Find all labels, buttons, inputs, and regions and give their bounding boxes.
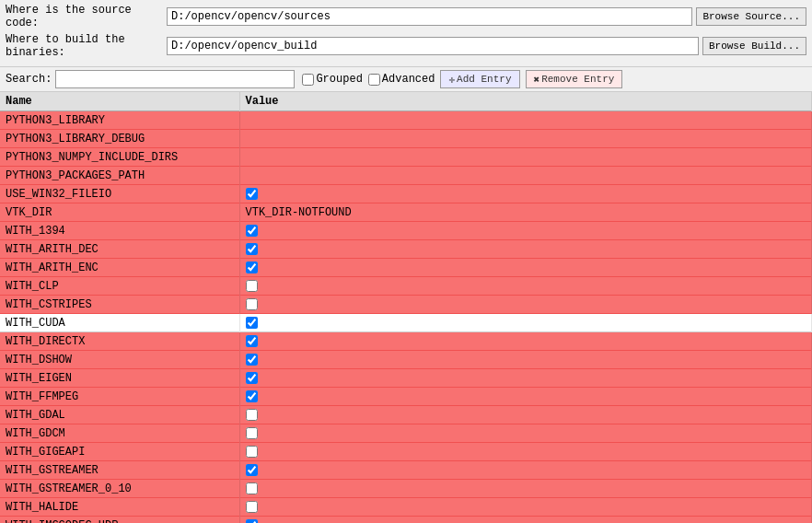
row-name: WITH_DIRECTX: [0, 332, 239, 351]
advanced-checkbox[interactable]: [368, 74, 380, 86]
row-name: WITH_EIGEN: [0, 369, 239, 388]
row-value: [239, 111, 812, 130]
row-value: [239, 167, 812, 185]
row-value: [239, 369, 812, 388]
row-name: WITH_GDAL: [0, 406, 239, 424]
row-value: [239, 185, 812, 203]
row-checkbox[interactable]: [246, 464, 258, 476]
row-name: PYTHON3_PACKAGES_PATH: [0, 167, 239, 185]
row-value: [239, 148, 812, 167]
grouped-option[interactable]: Grouped: [302, 73, 362, 86]
row-checkbox[interactable]: [246, 298, 258, 310]
row-name: WITH_GSTREAMER: [0, 461, 239, 480]
row-name: WITH_GSTREAMER_0_10: [0, 480, 239, 498]
row-name: PYTHON3_LIBRARY_DEBUG: [0, 130, 239, 148]
table-row: USE_WIN32_FILEIO: [0, 185, 812, 203]
row-name: WITH_HALIDE: [0, 498, 239, 517]
row-name: WITH_FFMPEG: [0, 388, 239, 406]
remove-entry-label: Remove Entry: [541, 74, 614, 85]
table-row: WITH_GSTREAMER: [0, 461, 812, 480]
col-header-name: Name: [0, 92, 239, 111]
browse-source-button[interactable]: Browse Source...: [696, 7, 806, 26]
row-name: VTK_DIR: [0, 203, 239, 222]
row-value: [239, 498, 812, 517]
row-checkbox[interactable]: [246, 262, 258, 273]
row-name: WITH_CSTRIPES: [0, 296, 239, 314]
row-value: [239, 130, 812, 148]
row-checkbox[interactable]: [246, 482, 258, 494]
col-header-value: Value: [239, 92, 812, 111]
row-name: PYTHON3_NUMPY_INCLUDE_DIRS: [0, 148, 239, 167]
table-row: WITH_HALIDE: [0, 498, 812, 517]
row-checkbox[interactable]: [246, 317, 258, 329]
row-name: WITH_IMGCODEC_HDR: [0, 517, 239, 524]
row-name: WITH_GIGEAPI: [0, 443, 239, 461]
row-value: [239, 277, 812, 296]
row-checkbox[interactable]: [246, 335, 258, 347]
grouped-checkbox[interactable]: [302, 74, 314, 86]
config-table-container: Name Value PYTHON3_LIBRARYPYTHON3_LIBRAR…: [0, 92, 812, 523]
row-name: WITH_GDCM: [0, 424, 239, 443]
row-value: [239, 388, 812, 406]
table-row: WITH_GDCM: [0, 424, 812, 443]
row-value: [239, 351, 812, 369]
add-icon: ✛: [448, 74, 455, 86]
table-row: WITH_EIGEN: [0, 369, 812, 388]
row-value: [239, 517, 812, 524]
advanced-option[interactable]: Advanced: [368, 73, 435, 86]
build-input[interactable]: [167, 37, 699, 55]
add-entry-button[interactable]: ✛ Add Entry: [440, 70, 519, 88]
remove-entry-button[interactable]: ✖ Remove Entry: [526, 70, 623, 88]
advanced-label: Advanced: [382, 73, 435, 86]
row-value: [239, 296, 812, 314]
table-row: WITH_GIGEAPI: [0, 443, 812, 461]
row-checkbox[interactable]: [246, 225, 258, 237]
table-row: PYTHON3_NUMPY_INCLUDE_DIRS: [0, 148, 812, 167]
row-value: [239, 314, 812, 332]
row-checkbox[interactable]: [246, 243, 258, 255]
add-entry-label: Add Entry: [457, 74, 511, 85]
build-label: Where to build the binaries:: [6, 33, 167, 59]
row-name: USE_WIN32_FILEIO: [0, 185, 239, 203]
table-row: PYTHON3_LIBRARY_DEBUG: [0, 130, 812, 148]
row-value: [239, 424, 812, 443]
row-name: WITH_1394: [0, 222, 239, 240]
row-checkbox[interactable]: [246, 188, 258, 200]
table-row: WITH_GDAL: [0, 406, 812, 424]
browse-build-button[interactable]: Browse Build...: [702, 37, 806, 55]
table-row: WITH_FFMPEG: [0, 388, 812, 406]
row-checkbox[interactable]: [246, 427, 258, 439]
search-input[interactable]: [55, 70, 295, 88]
row-checkbox[interactable]: [246, 446, 258, 458]
row-checkbox[interactable]: [246, 372, 258, 384]
table-row: WITH_CUDA: [0, 314, 812, 332]
config-table: Name Value PYTHON3_LIBRARYPYTHON3_LIBRAR…: [0, 92, 812, 523]
row-name: WITH_CUDA: [0, 314, 239, 332]
row-value: VTK_DIR-NOTFOUND: [239, 203, 812, 222]
row-value: [239, 332, 812, 351]
table-row: WITH_DIRECTX: [0, 332, 812, 351]
source-input[interactable]: [167, 7, 692, 26]
row-name: WITH_DSHOW: [0, 351, 239, 369]
table-row: PYTHON3_PACKAGES_PATH: [0, 167, 812, 185]
row-checkbox[interactable]: [246, 354, 258, 366]
table-row: WITH_DSHOW: [0, 351, 812, 369]
search-label: Search:: [6, 73, 52, 86]
table-row: WITH_ARITH_DEC: [0, 240, 812, 259]
table-row: VTK_DIRVTK_DIR-NOTFOUND: [0, 203, 812, 222]
row-name: WITH_ARITH_DEC: [0, 240, 239, 259]
table-row: WITH_GSTREAMER_0_10: [0, 480, 812, 498]
row-checkbox[interactable]: [246, 501, 258, 513]
remove-icon: ✖: [534, 74, 540, 86]
row-value: [239, 240, 812, 259]
row-checkbox[interactable]: [246, 409, 258, 421]
table-row: WITH_CSTRIPES: [0, 296, 812, 314]
row-checkbox[interactable]: [246, 519, 258, 523]
row-checkbox[interactable]: [246, 280, 258, 292]
row-value: [239, 222, 812, 240]
row-value: [239, 480, 812, 498]
row-checkbox[interactable]: [246, 390, 258, 402]
row-value: [239, 461, 812, 480]
table-row: WITH_1394: [0, 222, 812, 240]
row-name: WITH_CLP: [0, 277, 239, 296]
